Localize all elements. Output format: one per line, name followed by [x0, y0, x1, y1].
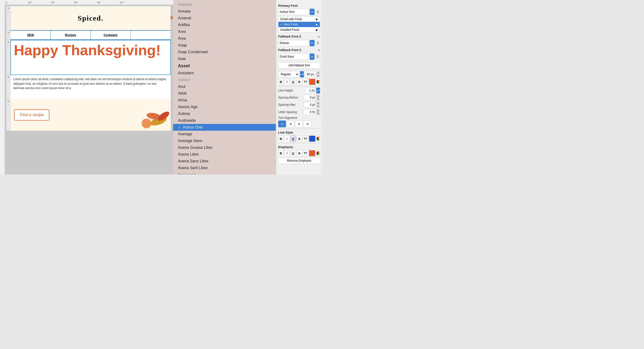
font-item-autour-one[interactable]: ✓ Autour One	[173, 124, 276, 131]
font-size-down[interactable]: ▼	[316, 74, 320, 78]
fallback2-dropdown-arrow[interactable]: ▼	[310, 40, 314, 46]
font-item-atomic-age[interactable]: Atomic Age	[173, 104, 276, 110]
spacing-after-up[interactable]: ▲	[316, 102, 320, 105]
thanksgiving-close-icon[interactable]: ✕	[7, 41, 9, 44]
text-color-swatch[interactable]	[309, 79, 316, 85]
primary-font-dropdown[interactable]: Autour One	[278, 9, 309, 15]
font-item-averia-sans[interactable]: Averia Sans Libre	[173, 158, 276, 164]
font-item-bad-script[interactable]: Bad Script	[173, 171, 276, 174]
primary-font-settings-icon[interactable]: ☰	[315, 9, 320, 15]
svg-point-26	[150, 115, 168, 127]
submenu-web-fonts[interactable]: ✓ Web Fonts ▶	[278, 22, 320, 27]
fallback3-dropdown-arrow[interactable]: ▼	[310, 54, 314, 60]
fallback2-settings-icon[interactable]: ☰	[315, 40, 320, 46]
font-item-asset[interactable]: Asset	[173, 62, 276, 70]
link-underline-button[interactable]: U	[290, 136, 296, 142]
line-height-arrow[interactable]: ▲▼	[316, 88, 320, 94]
letter-spacing-up[interactable]: ▲	[316, 109, 320, 112]
font-item-asap-condensed[interactable]: Asap Condensed	[173, 49, 276, 56]
font-item-arizonia[interactable]: Arizonia	[173, 1, 276, 8]
font-item-artifika[interactable]: Artifika	[173, 22, 276, 28]
strikethrough-button[interactable]: S	[296, 79, 302, 85]
letter-spacing-down[interactable]: ▼	[316, 112, 320, 115]
submenu-email-safe[interactable]: Email-safe Fonts ▶	[278, 16, 320, 22]
add-fallback-button[interactable]: Add fallback font	[278, 62, 320, 68]
font-item-averia-libre[interactable]: Averia Libre	[173, 151, 276, 158]
link-bold-button[interactable]: B	[278, 136, 284, 142]
font-style-dropdown-arrow[interactable]: ▲▼	[300, 71, 304, 78]
italic-button[interactable]: I	[284, 79, 290, 85]
fallback3-dropdown[interactable]: Droid Sans	[278, 54, 309, 60]
spacing-after-down[interactable]: ▼	[316, 105, 320, 108]
font-item-average[interactable]: Average	[173, 131, 276, 138]
fallback3-settings-icon[interactable]: ☰	[315, 54, 320, 60]
line-height-input[interactable]	[305, 88, 316, 94]
nav-item-extra[interactable]	[131, 31, 170, 40]
remove-emphasis-button[interactable]: Remove Emphasis	[278, 158, 320, 164]
font-item-atma[interactable]: Atma	[173, 97, 276, 104]
spacing-after-input[interactable]	[304, 102, 316, 108]
emphasis-underline-button[interactable]: U	[290, 150, 296, 156]
font-item-aubrey[interactable]: Aubrey	[173, 110, 276, 117]
emphasis-italic-button[interactable]: I	[284, 150, 290, 156]
font-item-arsenal[interactable]: Arsenal	[173, 15, 276, 22]
recipe-handle-lines: ≡	[8, 104, 9, 106]
line-height-label: Line Height	[278, 89, 293, 92]
nav-item-recipes[interactable]: Recipes	[50, 31, 90, 40]
primary-font-label: Primary Font	[278, 4, 320, 8]
spacing-before-down[interactable]: ▼	[316, 98, 320, 101]
font-size-up[interactable]: ▲	[316, 71, 320, 74]
fallback2-close-icon[interactable]: ✕	[318, 35, 320, 38]
nav-handle-lines: ≡	[8, 34, 9, 37]
block-close-icon[interactable]: ✕	[7, 7, 9, 10]
align-center-button[interactable]: ≡	[287, 120, 294, 127]
font-item-asar[interactable]: Asar	[173, 56, 276, 62]
font-item-asul[interactable]: Asul	[173, 83, 276, 90]
spacing-before-up[interactable]: ▲	[316, 94, 320, 98]
fallback3-close-icon[interactable]: ✕	[318, 49, 320, 52]
font-item-arya[interactable]: Arya	[173, 35, 276, 42]
emphasis-color-circle[interactable]	[316, 151, 320, 156]
font-size-input[interactable]	[304, 71, 316, 78]
align-justify-button[interactable]: ≡	[304, 120, 311, 127]
font-style-select[interactable]: Regular	[278, 71, 299, 78]
font-item-audiowide[interactable]: Audiowide	[173, 117, 276, 124]
primary-font-dropdown-arrow[interactable]: ▼	[310, 9, 314, 15]
link-strikethrough-button[interactable]: S	[296, 136, 302, 142]
font-item-average-sans[interactable]: Average Sans	[173, 138, 276, 144]
font-item-assistant[interactable]: Assistant	[173, 70, 276, 76]
letter-spacing-input[interactable]	[304, 109, 316, 115]
font-item-astloch[interactable]: Astloch	[173, 76, 276, 83]
emphasis-tt-button[interactable]: TT	[303, 150, 308, 156]
underline-button[interactable]: U	[290, 79, 296, 85]
nav-close-icon[interactable]: ✕	[7, 31, 9, 34]
fallback2-label: Fallback Font 2	[278, 34, 301, 38]
align-right-button[interactable]: ≡	[295, 120, 303, 127]
nav-item-cookware[interactable]: Cookware	[91, 31, 131, 40]
right-panel: Primary Font Autour One ▼ ☰ Email-safe F…	[276, 0, 322, 174]
spacing-before-input[interactable]	[304, 95, 316, 100]
tt-button[interactable]: TT	[303, 79, 308, 85]
font-item-averia-gruesa[interactable]: Averia Gruesa Libre	[173, 144, 276, 151]
font-item-athiti[interactable]: Athiti	[173, 90, 276, 97]
text-color-circle[interactable]	[316, 80, 320, 84]
align-left-button[interactable]: ≡	[278, 120, 286, 127]
link-italic-button[interactable]: I	[284, 136, 290, 142]
link-color-circle[interactable]	[316, 136, 320, 141]
font-item-averia-serif[interactable]: Averia Serif Libre	[173, 164, 276, 171]
emphasis-color-swatch[interactable]	[309, 150, 316, 156]
find-recipe-button[interactable]: Find a recipe	[14, 110, 50, 120]
link-color-swatch[interactable]	[309, 136, 316, 142]
emphasis-strikethrough-button[interactable]: S	[296, 150, 302, 156]
bold-button[interactable]: B	[278, 79, 284, 85]
font-item-armata[interactable]: Armata	[173, 8, 276, 15]
font-item-asap[interactable]: Asap	[173, 42, 276, 49]
nav-item-new[interactable]: NEW	[11, 31, 50, 40]
recipe-close-icon[interactable]: ✕	[7, 100, 9, 103]
link-tt-button[interactable]: TT	[303, 136, 308, 142]
fallback2-dropdown[interactable]: Roboto	[278, 40, 309, 46]
font-item-arvo[interactable]: Arvo	[173, 28, 276, 35]
emphasis-bold-button[interactable]: B	[278, 150, 284, 156]
submenu-installed-fonts[interactable]: Installed Fonts ▶	[278, 27, 320, 32]
lorem-close-icon[interactable]: ✕	[7, 76, 9, 79]
